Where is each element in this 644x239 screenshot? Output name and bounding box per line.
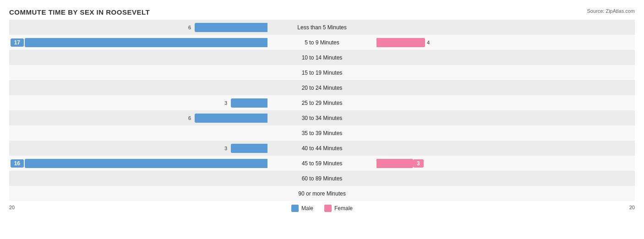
left-bar-area: 3: [9, 95, 269, 110]
female-bar: [377, 38, 425, 47]
row-label: 40 to 44 Minutes: [269, 145, 375, 152]
row-label: Less than 5 Minutes: [269, 24, 375, 31]
male-highlight-value: 17: [11, 38, 24, 47]
table-row: 90 or more Minutes: [9, 186, 635, 201]
male-value: 3: [221, 100, 227, 106]
right-bar-area: [375, 186, 635, 201]
row-label: 25 to 29 Minutes: [269, 100, 375, 106]
right-bar-area: [375, 171, 635, 186]
axis-left-label: 20: [9, 205, 269, 210]
right-bar-area: 3: [375, 156, 635, 171]
left-bar-area: [9, 50, 269, 65]
row-label: 15 to 19 Minutes: [269, 70, 375, 76]
left-bar-area: 3: [9, 141, 269, 156]
row-label: 90 or more Minutes: [269, 190, 375, 197]
table-row: 6 30 to 34 Minutes: [9, 110, 635, 125]
row-label: 5 to 9 Minutes: [269, 39, 375, 46]
right-bar-area: [375, 95, 635, 110]
left-bar-area: [9, 171, 269, 186]
legend-female-box: [324, 205, 332, 212]
male-bar: [231, 98, 267, 108]
table-row: 3 25 to 29 Minutes: [9, 95, 635, 110]
table-row: 6 Less than 5 Minutes: [9, 20, 635, 35]
right-bar-area: [375, 110, 635, 125]
bottom-row: 20 Male Female 20: [9, 203, 635, 212]
legend-male-box: [291, 205, 299, 212]
legend-female-label: Female: [334, 205, 353, 212]
row-label: 60 to 89 Minutes: [269, 175, 375, 182]
right-bar-area: [375, 80, 635, 95]
male-bar: [231, 144, 267, 153]
male-value: 6: [185, 25, 191, 30]
row-label: 45 to 59 Minutes: [269, 160, 375, 167]
female-value: 4: [427, 40, 433, 45]
legend: Male Female: [291, 205, 353, 212]
right-bar-area: 4: [375, 35, 635, 50]
chart-container: COMMUTE TIME BY SEX IN ROOSEVELT Source:…: [0, 0, 644, 239]
right-bar-area: [375, 65, 635, 80]
right-bar-area: [375, 141, 635, 156]
legend-male-label: Male: [301, 205, 313, 212]
row-label: 30 to 34 Minutes: [269, 115, 375, 121]
legend-female: Female: [324, 205, 353, 212]
right-bar-area: [375, 125, 635, 141]
left-bar-area: 6: [9, 110, 269, 125]
row-label: 10 to 14 Minutes: [269, 54, 375, 61]
row-label: 35 to 39 Minutes: [269, 130, 375, 136]
male-highlight-value: 16: [11, 159, 24, 168]
left-bar-area: 17: [9, 35, 269, 50]
table-row: 17 5 to 9 Minutes 4: [9, 35, 635, 50]
table-row: 15 to 19 Minutes: [9, 65, 635, 80]
left-bar-area: [9, 186, 269, 201]
right-bar-area: [375, 50, 635, 65]
chart-body: 6 Less than 5 Minutes 17 5 to 9 Minutes …: [9, 20, 635, 201]
left-bar-area: [9, 80, 269, 95]
table-row: 35 to 39 Minutes: [9, 125, 635, 141]
male-value: 6: [185, 115, 191, 121]
source-label: Source: ZipAtlas.com: [587, 8, 635, 14]
legend-area: Male Female: [269, 203, 375, 212]
row-label: 20 to 24 Minutes: [269, 85, 375, 91]
left-bar-area: 6: [9, 20, 269, 35]
male-value: 3: [221, 146, 227, 151]
legend-male: Male: [291, 205, 313, 212]
chart-title: COMMUTE TIME BY SEX IN ROOSEVELT: [9, 8, 635, 16]
table-row: 20 to 24 Minutes: [9, 80, 635, 95]
left-bar-area: [9, 125, 269, 141]
axis-right-label: 20: [375, 205, 635, 210]
table-row: 10 to 14 Minutes: [9, 50, 635, 65]
male-bar: [195, 23, 267, 32]
table-row: 60 to 89 Minutes: [9, 171, 635, 186]
right-bar-area: [375, 20, 635, 35]
female-highlight-value: 3: [413, 159, 424, 168]
left-bar-area: 16: [9, 156, 269, 171]
table-row: 3 40 to 44 Minutes: [9, 141, 635, 156]
female-bar: [377, 159, 413, 168]
table-row: 16 45 to 59 Minutes 3: [9, 156, 635, 171]
male-bar: [195, 114, 267, 123]
left-bar-area: [9, 65, 269, 80]
